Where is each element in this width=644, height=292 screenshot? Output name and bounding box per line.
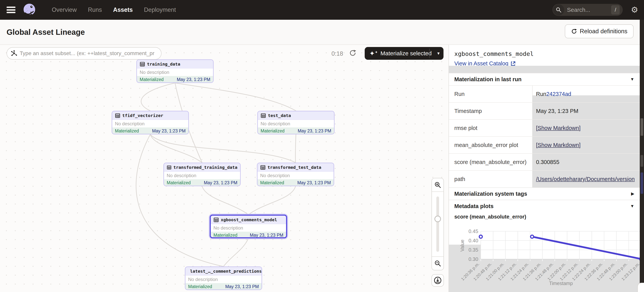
- hamburger-menu-icon[interactable]: [6, 7, 16, 13]
- asset-node-tfidf_vectorizer[interactable]: tfidf_vectorizerNo descriptionMaterializ…: [112, 111, 189, 134]
- reload-definitions-label: Reload definitions: [580, 28, 628, 35]
- materialized-status: Materialized: [115, 128, 139, 134]
- gear-icon[interactable]: ⚙: [631, 6, 638, 14]
- asset-node-header: xgboost_comments_model: [211, 216, 286, 224]
- materialized-status: Materialized: [140, 77, 164, 82]
- asset-node-footer: MaterializedMay 23, 1:23 PM: [258, 127, 334, 134]
- asset-node-latest__comment_predictions[interactable]: latest_…_comment_predictionsNo descripti…: [185, 266, 262, 290]
- zoom-controls: [432, 178, 444, 270]
- asset-node-transformed_training_data[interactable]: transformed_training_dataNo descriptionM…: [164, 163, 241, 186]
- materialized-timestamp: May 23, 1:23 PM: [298, 128, 331, 134]
- metadata-key: rmse plot: [449, 120, 532, 136]
- external-link-icon: [510, 61, 516, 66]
- zoom-in-button[interactable]: [432, 178, 444, 192]
- metadata-key: Run: [449, 86, 532, 102]
- search-shortcut-badge: /: [611, 5, 620, 15]
- asset-detail-title: xgboost_comments_model: [454, 50, 644, 57]
- section-metadata-plots[interactable]: Metadata plots ▼: [449, 200, 640, 212]
- show-markdown-link[interactable]: [Show Markdown]: [536, 125, 581, 131]
- path-link[interactable]: /Users/odetteharary/Documents/version: [536, 176, 635, 182]
- materialize-selected-button[interactable]: ✦✦ Materialize selected ▼: [365, 47, 444, 60]
- score-line-chart: 0.450.400.350.301:20:36 p.m.1:20:48 p.m.…: [449, 222, 644, 292]
- svg-text:Timestamp: Timestamp: [549, 280, 573, 286]
- asset-lineage-graph[interactable]: training_dataNo descriptionMaterializedM…: [0, 45, 448, 292]
- zoom-slider-thumb[interactable]: [434, 216, 441, 222]
- reload-definitions-button[interactable]: Reload definitions: [565, 24, 634, 38]
- asset-node-test_data[interactable]: test_dataNo descriptionMaterializedMay 2…: [257, 111, 334, 134]
- materialize-dropdown-caret[interactable]: ▼: [434, 47, 444, 60]
- button-divider: [429, 49, 430, 58]
- metadata-row-path: path/Users/odetteharary/Documents/versio…: [449, 170, 640, 187]
- section-materialization-last-run[interactable]: Materialization in last run ▼: [449, 73, 640, 85]
- table-icon: [214, 217, 219, 223]
- asset-node-header: test_data: [258, 111, 334, 120]
- section-materialization-system-tags[interactable]: Materialization system tags ▶: [449, 187, 640, 200]
- metadata-value: Run 242374ad: [532, 86, 640, 102]
- metadata-key: Timestamp: [449, 103, 532, 119]
- materialized-timestamp: May 23, 1:23 PM: [225, 284, 259, 289]
- top-nav: Overview Runs Assets Deployment / ⚙: [0, 0, 644, 20]
- asset-node-header: transformed_test_data: [258, 163, 334, 172]
- zoom-slider[interactable]: [432, 192, 444, 256]
- metadata-value: [Show Markdown]: [532, 120, 640, 136]
- table-icon: [167, 165, 172, 170]
- materialized-status: Materialized: [260, 180, 284, 185]
- global-search[interactable]: /: [552, 4, 623, 16]
- nav-menu: Overview Runs Assets Deployment: [52, 7, 176, 13]
- corner-card: [638, 283, 644, 292]
- materialized-timestamp: May 23, 1:23 PM: [177, 77, 210, 82]
- asset-name: test_data: [268, 113, 291, 118]
- asset-name: tfidf_vectorizer: [122, 113, 163, 118]
- metadata-row-mean_absolute_error-plot: mean_absolute_error plot[Show Markdown]: [449, 136, 640, 153]
- asset-node-transformed_test_data[interactable]: transformed_test_dataNo descriptionMater…: [257, 163, 334, 186]
- asset-node-header: transformed_training_data: [164, 163, 240, 172]
- asset-subset-input[interactable]: [20, 50, 155, 57]
- nav-item-runs[interactable]: Runs: [88, 7, 102, 13]
- metadata-row-rmse-plot: rmse plot[Show Markdown]: [449, 119, 640, 136]
- svg-text:0.30: 0.30: [468, 256, 478, 262]
- zoom-out-button[interactable]: [432, 256, 444, 270]
- asset-node-header: tfidf_vectorizer: [112, 111, 188, 120]
- asset-node-footer: MaterializedMay 23, 1:23 PM: [137, 76, 213, 83]
- asset-node-training_data[interactable]: training_dataNo descriptionMaterializedM…: [136, 59, 214, 83]
- metadata-row-Timestamp: TimestampMay 23, 1:23 PM: [449, 102, 640, 119]
- refresh-timer: 0:18: [332, 50, 343, 57]
- asset-description: No description: [164, 172, 240, 179]
- asset-description: No description: [258, 120, 334, 127]
- asset-node-xgboost_comments_model[interactable]: xgboost_comments_modelNo descriptionMate…: [210, 215, 287, 238]
- asset-description: No description: [137, 69, 213, 76]
- sparkle-icon: ✦✦: [369, 50, 378, 57]
- asset-description: No description: [186, 275, 262, 283]
- metadata-key: path: [449, 171, 532, 187]
- metadata-row-score--mean_absolute_error-: score (mean_absolute_error)0.300855: [449, 153, 640, 170]
- refresh-icon: [571, 28, 577, 35]
- section-label: Metadata plots: [454, 203, 494, 209]
- loading-shimmer-band: [449, 66, 640, 73]
- nav-item-overview[interactable]: Overview: [52, 7, 77, 13]
- metadata-key: score (mean_absolute_error): [449, 154, 532, 170]
- metadata-plot-title: score (mean_absolute_error): [454, 214, 526, 220]
- search-input[interactable]: [567, 7, 604, 13]
- asset-name: transformed_training_data: [174, 165, 238, 170]
- dagster-logo-icon[interactable]: [22, 3, 36, 17]
- nav-item-deployment[interactable]: Deployment: [144, 7, 176, 13]
- metadata-value: [Show Markdown]: [532, 137, 640, 153]
- page-header: Global Asset Lineage Reload definitions: [0, 20, 644, 45]
- chevron-down-icon: ▼: [630, 204, 634, 209]
- download-graph-button[interactable]: [432, 274, 444, 286]
- run-id-link[interactable]: 242374ad: [546, 91, 571, 97]
- graph-refresh-icon[interactable]: [349, 49, 356, 57]
- zoom-slider-track[interactable]: [436, 196, 439, 252]
- chevron-right-icon: ▶: [631, 191, 634, 196]
- asset-node-header: latest_…_comment_predictions: [186, 267, 262, 275]
- show-markdown-link[interactable]: [Show Markdown]: [536, 142, 581, 148]
- materialized-timestamp: May 23, 1:23 PM: [152, 128, 186, 134]
- asset-subset-filter[interactable]: [6, 47, 162, 60]
- asset-description: No description: [258, 172, 334, 179]
- asset-node-footer: MaterializedMay 23, 1:23 PM: [258, 179, 334, 186]
- materialized-timestamp: May 23, 1:23 PM: [250, 233, 283, 238]
- materialized-timestamp: May 23, 1:23 PM: [204, 180, 238, 185]
- asset-node-footer: MaterializedMay 23, 1:23 PM: [164, 179, 240, 186]
- download-icon: [434, 276, 442, 285]
- nav-item-assets[interactable]: Assets: [113, 7, 133, 13]
